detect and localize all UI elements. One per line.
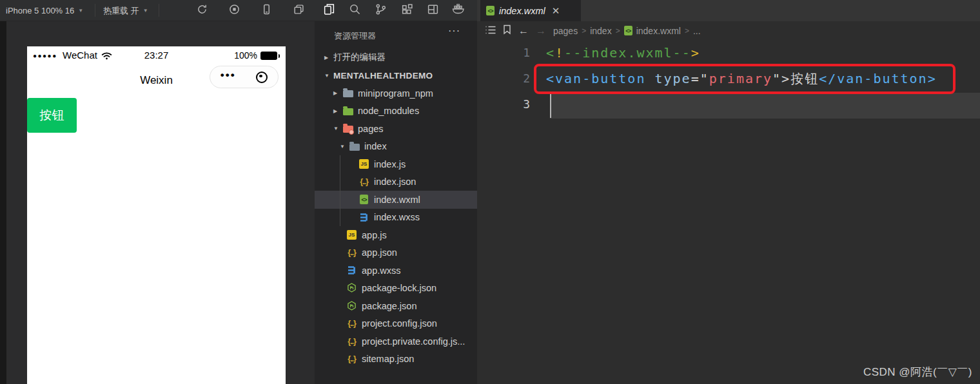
current-line-highlight [550, 93, 980, 119]
tree-item-app.json[interactable]: {..}app.json [315, 244, 477, 262]
wxml-file-icon: <> [360, 195, 368, 204]
explorer-files-icon [323, 3, 335, 18]
battery-percent: 100% [234, 50, 257, 61]
tree-item-sitemap.json[interactable]: {..}sitemap.json [315, 350, 477, 369]
breadcrumb-item-index.wxml[interactable]: index.wxml [636, 26, 681, 36]
code-editor: ← → pages>index><>index.wxml>... 1<!--in… [477, 21, 980, 384]
window-edge [0, 21, 6, 384]
tree-item-miniprogram_npm[interactable]: ▶miniprogram_npm [315, 84, 477, 102]
close-icon[interactable]: ✕ [552, 5, 560, 17]
tree-item-project.private.config.js...[interactable]: {..}project.private.config.js... [315, 332, 477, 350]
git-branch-icon [375, 3, 387, 18]
breadcrumb-item-index[interactable]: index [590, 26, 611, 36]
tree-item-index.wxml[interactable]: <>index.wxml [315, 191, 477, 209]
chevron-right-icon: ▶ [333, 108, 342, 114]
main-toolbar: iPhone 5 100% 16 ▼ 热重载 开 ▼ [0, 0, 480, 21]
more-actions-icon[interactable]: ··· [448, 25, 460, 37]
docker-whale-icon [452, 4, 465, 17]
close-target-button[interactable] [256, 72, 268, 83]
tree-item-node_modules[interactable]: ▶node_modules [315, 102, 477, 120]
bookmark-icon[interactable] [503, 24, 511, 37]
van-button-primary[interactable]: 按钮 [27, 98, 77, 133]
tab-index-wxml[interactable]: <> index.wxml ✕ [480, 0, 581, 21]
chevron-down-icon: ▼ [78, 8, 83, 14]
watermark: CSDN @阿浩(￣▽￣) [863, 365, 972, 379]
device-selector-label: iPhone 5 100% 16 [6, 6, 74, 15]
breadcrumb-item-...[interactable]: ... [693, 26, 701, 36]
code-area[interactable]: 1<!--index.wxml-->2<van-button type="pri… [477, 40, 980, 384]
back-arrow-icon[interactable]: ← [518, 25, 529, 37]
tree-item-index.wxss[interactable]: index.wxss [315, 209, 477, 227]
extensions-icon [401, 3, 413, 18]
folder-icon [343, 90, 353, 97]
breadcrumb-separator: > [685, 26, 689, 35]
phone-frame-icon [261, 4, 272, 17]
more-menu-button[interactable]: ••• [220, 72, 236, 82]
indent-guide [340, 155, 340, 226]
line-number-1: 1 [477, 40, 530, 66]
folder-badge-icon [349, 130, 354, 135]
device-selector[interactable]: iPhone 5 100% 16 ▼ [6, 0, 83, 21]
json-file-icon: {..} [348, 354, 356, 363]
code-line-2: <van-button type="primary">按钮</van-butto… [546, 66, 937, 91]
tree-item-app.wxss[interactable]: app.wxss [315, 262, 477, 280]
wxml-file-icon: <> [624, 26, 632, 35]
tree-item-app.js[interactable]: JSapp.js [315, 226, 477, 244]
tree-item-index[interactable]: ▼index [315, 138, 477, 156]
line-number-3: 3 [477, 91, 530, 117]
json-file-icon: {..} [360, 177, 368, 186]
tree-item-index.json[interactable]: {..}index.json [315, 173, 477, 191]
chevron-down-icon: ▼ [143, 8, 148, 14]
section-MENTALHEALTHDEMO[interactable]: ▼MENTALHEALTHDEMO [315, 66, 477, 84]
battery-icon [260, 52, 277, 60]
file-explorer-sidebar: 资源管理器 ··· ▶打开的编辑器▼MENTALHEALTHDEMO▶minip… [315, 21, 477, 384]
toolbar-divider [159, 4, 159, 17]
outline-list-icon[interactable] [485, 25, 496, 37]
wxss-file-icon [347, 265, 357, 275]
text-cursor [550, 94, 551, 118]
breadcrumb-item-pages[interactable]: pages [553, 26, 578, 36]
refresh-button[interactable] [191, 0, 213, 21]
editor-layout-button[interactable] [422, 0, 444, 21]
forward-arrow-icon[interactable]: → [536, 25, 546, 37]
js-file-icon: JS [359, 159, 369, 169]
extensions-button[interactable] [396, 0, 418, 21]
tree-item-pages[interactable]: ▼pages [315, 120, 477, 138]
chevron-down-icon: ▼ [340, 144, 349, 149]
toolbar-divider [95, 4, 95, 17]
search-button[interactable] [344, 0, 366, 21]
phone-preview-button[interactable] [255, 0, 277, 21]
breadcrumb: ← → pages>index><>index.wxml>... [477, 21, 980, 40]
code-line-1: <!--index.wxml--> [546, 40, 700, 66]
breadcrumb-separator: > [582, 26, 586, 35]
phone-screen: ●●●●● WeChat 23:27 100% Weixin ••• 按钮 [27, 46, 286, 384]
mini-program-navbar: Weixin ••• [27, 64, 286, 97]
refresh-icon [197, 4, 208, 17]
multi-window-button[interactable] [288, 0, 309, 21]
json-file-icon: {..} [348, 319, 356, 328]
chevron-right-icon: ▶ [333, 90, 342, 96]
js-file-icon: JS [347, 230, 357, 240]
docker-button[interactable] [447, 0, 469, 21]
tree-item-package-lock.json[interactable]: package-lock.json [315, 280, 477, 298]
hot-reload-label: 热重载 开 [103, 5, 139, 17]
explorer-header: 资源管理器 ··· [315, 21, 477, 48]
section-打开的编辑器[interactable]: ▶打开的编辑器 [315, 48, 477, 66]
stop-button[interactable] [223, 0, 245, 21]
tree-item-project.config.json[interactable]: {..}project.config.json [315, 315, 477, 333]
capsule-menu: ••• [210, 66, 279, 88]
stop-icon [229, 4, 240, 17]
explorer-button[interactable] [318, 0, 340, 21]
source-control-button[interactable] [369, 0, 391, 21]
status-bar: ●●●●● WeChat 23:27 100% [27, 46, 286, 64]
editor-tab-bar: <> index.wxml ✕ [477, 0, 980, 21]
folder-icon [343, 108, 353, 115]
json-file-icon: {..} [348, 248, 356, 257]
tree-item-index.js[interactable]: JSindex.js [315, 155, 477, 173]
editor-layout-icon [427, 3, 439, 18]
hot-reload-toggle[interactable]: 热重载 开 ▼ [103, 0, 148, 21]
tree-item-package.json[interactable]: package.json [315, 297, 477, 315]
chevron-down-icon: ▼ [324, 73, 333, 79]
breadcrumb-path: pages>index><>index.wxml>... [553, 26, 701, 36]
json-file-icon: {..} [348, 337, 356, 346]
